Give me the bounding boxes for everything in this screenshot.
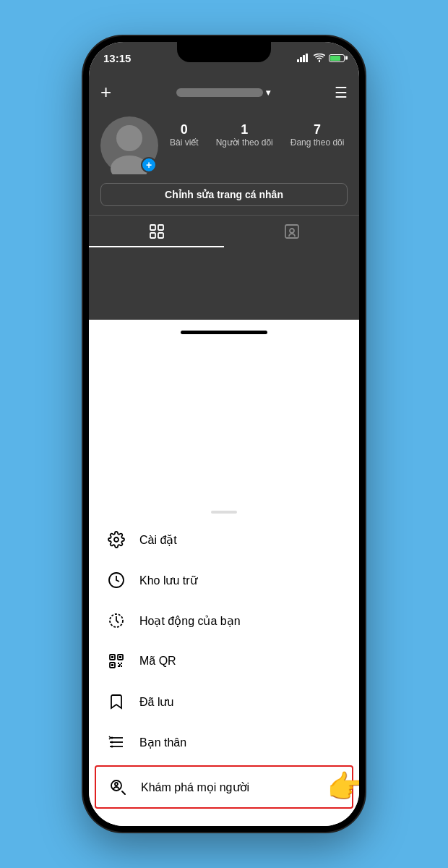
- archive-label: Kho lưu trữ: [139, 574, 197, 587]
- posts-label: Bài viết: [170, 137, 199, 148]
- sheet-handle: [211, 511, 237, 514]
- svg-point-4: [116, 125, 142, 151]
- add-story-button[interactable]: +: [141, 157, 157, 173]
- menu-item-settings[interactable]: Cài đặt: [89, 519, 359, 560]
- settings-icon: [106, 529, 126, 550]
- top-nav: + ▾ ☰: [89, 74, 359, 111]
- chevron-down-icon: ▾: [266, 88, 270, 98]
- settings-label: Cài đặt: [139, 533, 177, 547]
- menu-item-saved[interactable]: Đã lưu: [89, 681, 359, 722]
- svg-rect-2: [303, 55, 305, 62]
- discover-icon: [108, 777, 128, 797]
- menu-item-discover[interactable]: Khám phá mọi người: [95, 765, 353, 809]
- status-bar: 13:15: [89, 42, 359, 74]
- menu-item-qr[interactable]: Mã QR: [89, 641, 359, 681]
- following-stat: 7 Đang theo dõi: [290, 122, 345, 148]
- notch: [177, 42, 271, 62]
- svg-rect-9: [158, 233, 163, 238]
- followers-label: Người theo dõi: [216, 137, 273, 148]
- bookmark-icon: [106, 692, 126, 712]
- phone-inner: 13:15: [89, 42, 359, 826]
- activity-label: Hoạt động của bạn: [139, 614, 241, 628]
- svg-rect-8: [150, 233, 155, 238]
- menu-item-archive[interactable]: Kho lưu trữ: [89, 560, 359, 600]
- following-count: 7: [314, 122, 321, 137]
- followers-stat: 1 Người theo dõi: [216, 122, 273, 148]
- menu-item-close-friends[interactable]: Bạn thân: [89, 722, 359, 762]
- svg-rect-7: [158, 225, 163, 230]
- close-friends-label: Bạn thân: [139, 736, 186, 749]
- username-dropdown[interactable]: ▾: [176, 88, 270, 98]
- svg-point-25: [111, 746, 113, 748]
- svg-rect-17: [111, 656, 113, 658]
- tagged-icon: [283, 223, 301, 240]
- followers-count: 1: [241, 122, 248, 137]
- svg-rect-10: [285, 225, 298, 238]
- app-background: + ▾ ☰ +: [89, 74, 359, 320]
- svg-point-28: [115, 783, 118, 786]
- saved-label: Đã lưu: [139, 695, 173, 709]
- new-post-button[interactable]: +: [100, 81, 111, 103]
- posts-count: 0: [181, 122, 188, 137]
- home-bar-wrap: [89, 320, 359, 344]
- menu-item-activity[interactable]: Hoạt động của bạn: [89, 600, 359, 641]
- home-bar: [181, 331, 267, 334]
- avatar-wrapper: +: [100, 116, 158, 174]
- edit-profile-button[interactable]: Chỉnh sửa trang cá nhân: [100, 183, 348, 206]
- svg-point-12: [114, 537, 119, 542]
- discover-label: Khám phá mọi người: [141, 780, 249, 794]
- tab-grid[interactable]: [89, 216, 224, 247]
- profile-section: + 0 Bài viết 1 Người theo dõi 7 Đang the…: [89, 111, 359, 183]
- phone-frame: 13:15: [83, 36, 365, 832]
- posts-stat: 0 Bài viết: [170, 122, 199, 148]
- qr-label: Mã QR: [139, 655, 176, 668]
- svg-rect-6: [150, 225, 155, 230]
- qr-icon: [106, 651, 126, 671]
- hamburger-menu-icon[interactable]: ☰: [335, 84, 348, 101]
- svg-rect-18: [119, 656, 121, 658]
- status-icons: [297, 54, 345, 62]
- svg-rect-0: [297, 59, 299, 62]
- wifi-icon: [314, 54, 325, 62]
- signal-icon: [297, 54, 310, 62]
- svg-rect-3: [306, 54, 308, 62]
- following-label: Đang theo dõi: [290, 137, 345, 148]
- battery-icon: [329, 54, 345, 62]
- svg-rect-1: [300, 57, 302, 62]
- bottom-sheet: Cài đặt Kho lưu trữ: [89, 503, 359, 826]
- username-text: [176, 88, 263, 97]
- grid-icon: [148, 223, 165, 240]
- tab-tagged[interactable]: [224, 216, 359, 247]
- profile-tab-bar: [89, 215, 359, 247]
- archive-icon: [106, 570, 126, 590]
- svg-rect-19: [111, 664, 113, 666]
- svg-point-24: [111, 741, 113, 744]
- profile-stats: 0 Bài viết 1 Người theo dõi 7 Đang theo …: [170, 116, 344, 148]
- svg-point-11: [290, 229, 294, 233]
- activity-icon: [106, 610, 126, 631]
- edit-button-wrap: Chỉnh sửa trang cá nhân: [89, 183, 359, 215]
- status-time: 13:15: [103, 52, 131, 64]
- close-friends-icon: [106, 732, 126, 752]
- hand-pointer-icon: 👉: [327, 768, 359, 806]
